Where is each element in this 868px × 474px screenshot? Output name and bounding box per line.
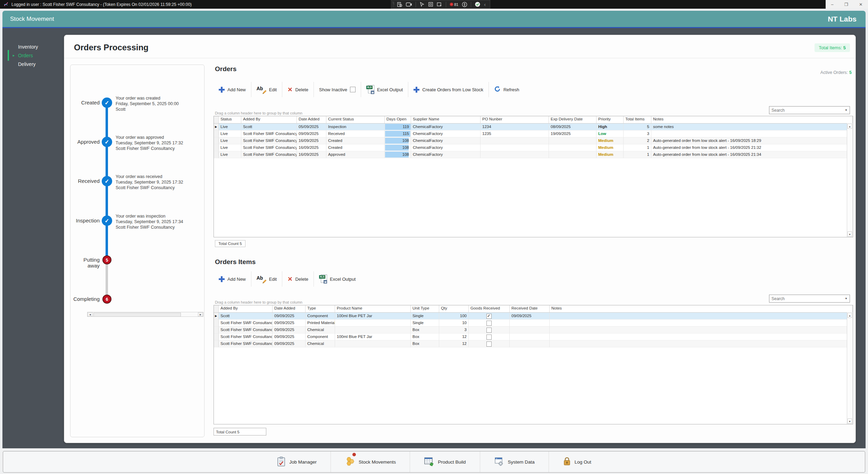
region-select-icon[interactable] xyxy=(428,2,433,7)
column-header[interactable]: PO Nunber xyxy=(481,116,549,123)
check-icon: ✓ xyxy=(105,218,109,224)
accessibility-icon[interactable] xyxy=(462,2,467,7)
column-header[interactable]: Type xyxy=(306,305,335,312)
window-select-icon[interactable] xyxy=(437,2,442,7)
cell xyxy=(481,151,549,158)
column-header[interactable]: Unit Type xyxy=(411,305,439,312)
table-row[interactable]: ▶LiveScott05/09/2025Inspection119Chemica… xyxy=(214,124,853,130)
vertical-scrollbar[interactable]: ▲ ▼ xyxy=(847,312,853,424)
cell: Auto-generated order from low stock aler… xyxy=(651,151,853,158)
table-row[interactable]: LiveScott Fisher SWF Consultancy09/09/20… xyxy=(214,130,853,137)
timeline-step-detail: Your order was inspectionTuesday, Septem… xyxy=(116,213,201,230)
table-row[interactable]: LiveScott Fisher SWF Consultancy16/09/20… xyxy=(214,144,853,151)
column-header[interactable]: Qty xyxy=(439,305,469,312)
column-header[interactable]: Days Open xyxy=(385,116,411,123)
cell xyxy=(549,144,596,151)
delete-button[interactable]: ✕ Delete xyxy=(282,87,314,93)
table-row[interactable]: Scott Fisher SWF Consultancy09/09/2025Co… xyxy=(214,333,853,340)
system-data-button[interactable]: System Data xyxy=(480,451,549,472)
cursor-select-icon[interactable] xyxy=(419,2,425,7)
search-input[interactable] xyxy=(769,108,843,113)
show-inactive-checkbox[interactable] xyxy=(350,87,356,92)
scroll-up-button[interactable]: ▲ xyxy=(848,313,852,318)
column-header[interactable]: Notes xyxy=(550,305,853,312)
close-button[interactable]: ✕ xyxy=(859,2,862,7)
minimize-button[interactable]: – xyxy=(831,2,834,7)
goods-received-checkbox[interactable] xyxy=(486,335,492,340)
scroll-down-button[interactable]: ▼ xyxy=(848,231,852,237)
plus-icon xyxy=(414,87,419,93)
column-header[interactable]: Received Date xyxy=(510,305,550,312)
excel-output-button[interactable]: XLS Excel Output xyxy=(361,85,408,94)
excel-output-button[interactable]: XLS Excel Output xyxy=(314,274,361,283)
scrollbar-thumb[interactable] xyxy=(93,313,181,317)
table-row[interactable]: Scott Fisher SWF Consultancy09/09/2025Pr… xyxy=(214,320,853,327)
table-row[interactable]: LiveScott Fisher SWF Consultancy16/09/20… xyxy=(214,137,853,144)
column-header[interactable]: Exp Delivery Date xyxy=(549,116,596,123)
table-row[interactable]: Scott Fisher SWF Consultancy09/09/2025Ch… xyxy=(214,327,853,333)
cell: 1 xyxy=(624,151,651,158)
timeline-horizontal-scrollbar[interactable]: ◄ ► xyxy=(87,312,203,317)
product-build-button[interactable]: Product Build xyxy=(410,451,479,472)
timeline-pending-node[interactable]: 5 xyxy=(102,255,111,264)
cell: Medium xyxy=(596,137,624,144)
timeline-check-node[interactable]: ✓ xyxy=(102,98,112,108)
refresh-button[interactable]: Refresh xyxy=(489,86,525,93)
delete-button[interactable]: ✕ Delete xyxy=(282,276,314,282)
vertical-scrollbar[interactable]: ▲ ▼ xyxy=(847,123,853,237)
column-header[interactable]: Goods Received xyxy=(469,305,510,312)
status-ok-icon[interactable] xyxy=(475,1,481,7)
sidebar-item-orders[interactable]: ► Orders xyxy=(4,51,62,60)
table-row[interactable]: Scott Fisher SWF Consultancy09/09/2025Ch… xyxy=(214,340,853,347)
scroll-down-button[interactable]: ▼ xyxy=(848,418,852,424)
goods-received-checkbox[interactable] xyxy=(486,314,492,319)
column-header[interactable]: Date Added xyxy=(273,305,306,312)
camera-icon[interactable] xyxy=(406,2,412,7)
table-row[interactable]: LiveScott Fisher SWF Consultancy16/09/20… xyxy=(214,151,853,158)
sidebar-item-delivery[interactable]: Delivery xyxy=(4,60,62,68)
scroll-left-button[interactable]: ◄ xyxy=(87,312,93,316)
column-header[interactable]: Added By xyxy=(241,116,297,123)
sidebar-item-inventory[interactable]: Inventory xyxy=(4,42,62,51)
timeline-pending-node[interactable]: 6 xyxy=(102,295,111,304)
log-out-button[interactable]: Log Out xyxy=(549,451,605,472)
column-header[interactable]: Status xyxy=(219,116,241,123)
restore-button[interactable]: ❐ xyxy=(844,2,848,7)
column-header[interactable]: Current Status xyxy=(326,116,385,123)
search-input[interactable] xyxy=(769,296,843,301)
dropdown-caret-icon[interactable]: ▼ xyxy=(843,109,850,112)
scroll-right-button[interactable]: ► xyxy=(198,312,203,316)
goods-received-checkbox[interactable] xyxy=(486,341,492,347)
table-row[interactable]: ▶Scott09/09/2025Component100ml Blue PET … xyxy=(214,313,853,320)
recorder-settings-icon[interactable] xyxy=(397,2,402,7)
dropdown-caret-icon[interactable]: ▼ xyxy=(843,297,850,300)
orders-items-total-count[interactable]: Total Count 5 xyxy=(214,428,266,435)
collapse-chevron-icon[interactable]: ‹ xyxy=(484,2,486,7)
timeline-check-node[interactable]: ✓ xyxy=(102,176,112,186)
button-label: Product Build xyxy=(438,459,466,465)
add-new-button[interactable]: Add New xyxy=(214,276,251,282)
edit-button[interactable]: Ab Edit xyxy=(251,86,282,93)
timeline-detail-line: Scott xyxy=(116,107,201,112)
column-header[interactable]: Added By xyxy=(219,305,273,312)
add-new-button[interactable]: Add New xyxy=(214,87,251,93)
column-header[interactable]: Priority xyxy=(596,116,624,123)
divider xyxy=(416,2,416,7)
job-manager-button[interactable]: Job Manager xyxy=(263,451,331,472)
column-header[interactable]: Product Name xyxy=(335,305,411,312)
show-inactive-toggle[interactable]: Show Inactive xyxy=(314,87,361,92)
stock-movements-button[interactable]: Stock Movements xyxy=(331,451,410,472)
create-orders-from-low-stock-button[interactable]: Create Orders from Low Stock xyxy=(408,87,489,93)
column-header[interactable]: Date Added xyxy=(297,116,326,123)
timeline-check-node[interactable]: ✓ xyxy=(102,137,112,147)
goods-received-checkbox[interactable] xyxy=(486,328,492,333)
scroll-up-button[interactable]: ▲ xyxy=(848,124,852,129)
goods-received-checkbox[interactable] xyxy=(486,321,492,326)
timeline-check-node[interactable]: ✓ xyxy=(102,215,112,226)
column-header[interactable]: Total Items xyxy=(624,116,651,123)
timeline-step-detail: Your order was approvedTuesday, Septembe… xyxy=(116,135,201,151)
plus-icon xyxy=(219,276,225,282)
column-header[interactable]: Notes xyxy=(651,116,853,123)
edit-button[interactable]: Ab Edit xyxy=(251,275,282,283)
column-header[interactable]: Supplier Name xyxy=(411,116,481,123)
